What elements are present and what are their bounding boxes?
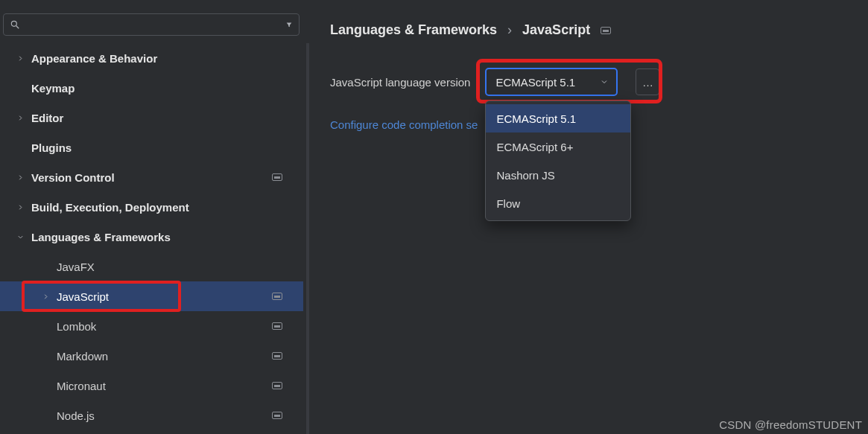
chevron-right-icon[interactable]: [15, 173, 25, 182]
language-version-more-button[interactable]: …: [636, 68, 659, 95]
sidebar-item-label: Micronaut: [57, 380, 272, 392]
sidebar-item-languages-frameworks[interactable]: Languages & Frameworks: [0, 222, 303, 252]
filter-icon[interactable]: [285, 21, 293, 28]
sidebar-item-editor[interactable]: Editor: [0, 103, 303, 133]
sidebar-item-javascript[interactable]: JavaScript: [0, 281, 303, 311]
scope-badge-icon: [272, 322, 282, 330]
sidebar-item-version-control[interactable]: Version Control: [0, 162, 303, 192]
chevron-right-icon[interactable]: [15, 54, 25, 63]
language-version-option[interactable]: Flow: [486, 189, 630, 217]
sidebar-item-micronaut[interactable]: Micronaut: [0, 371, 303, 401]
chevron-right-icon[interactable]: [15, 114, 25, 122]
language-version-option[interactable]: Nashorn JS: [486, 161, 630, 189]
sidebar-item-label: JavaFX: [57, 261, 282, 273]
sidebar-item-markdown[interactable]: Markdown: [0, 341, 303, 371]
sidebar-item-label: Markdown: [57, 350, 272, 363]
language-version-options[interactable]: ECMAScript 5.1ECMAScript 6+Nashorn JSFlo…: [485, 100, 631, 221]
chevron-down-icon: [600, 77, 609, 86]
sidebar-item-lombok[interactable]: Lombok: [0, 311, 303, 341]
language-version-option[interactable]: ECMAScript 6+: [486, 133, 630, 161]
svg-point-0: [11, 21, 16, 26]
sidebar-item-label: Build, Execution, Deployment: [31, 201, 282, 214]
chevron-right-icon[interactable]: [40, 293, 51, 301]
sidebar-item-appearance-behavior[interactable]: Appearance & Behavior: [0, 43, 303, 73]
sidebar-item-label: Plugins: [31, 141, 282, 154]
sidebar-item-build-execution-deployment[interactable]: Build, Execution, Deployment: [0, 192, 303, 222]
language-version-option[interactable]: ECMAScript 5.1: [486, 104, 630, 133]
sidebar-item-node-js[interactable]: Node.js: [0, 401, 303, 430]
search-icon: [10, 19, 20, 30]
sidebar-item-label: Editor: [31, 112, 282, 124]
language-version-label: JavaScript language version: [330, 76, 470, 89]
sidebar-item-keymap[interactable]: Keymap: [0, 73, 303, 103]
sidebar-search[interactable]: [3, 13, 300, 36]
ellipsis-label: …: [642, 76, 653, 89]
sidebar-item-javafx[interactable]: JavaFX: [0, 252, 303, 281]
settings-main: Languages & Frameworks › JavaScript Java…: [309, 0, 868, 434]
language-version-value: ECMAScript 5.1: [495, 76, 575, 89]
sidebar-item-label: Languages & Frameworks: [31, 231, 282, 243]
scope-badge-icon: [272, 412, 282, 419]
breadcrumb: Languages & Frameworks › JavaScript: [330, 22, 846, 38]
scope-badge-icon: [272, 293, 282, 300]
chevron-down-icon[interactable]: [15, 233, 25, 241]
sidebar-item-label: JavaScript: [57, 290, 272, 303]
chevron-right-icon[interactable]: [15, 203, 25, 211]
sidebar-item-label: Node.js: [57, 409, 272, 422]
breadcrumb-separator: ›: [507, 22, 512, 38]
svg-line-1: [16, 26, 19, 29]
sidebar-item-label: Appearance & Behavior: [31, 52, 282, 65]
scope-badge-icon: [272, 382, 282, 389]
sidebar-search-wrap: [0, 13, 309, 43]
sidebar-item-label: Lombok: [57, 320, 272, 333]
scope-badge-icon: [272, 173, 282, 181]
sidebar-item-label: Keymap: [31, 82, 282, 95]
breadcrumb-parent[interactable]: Languages & Frameworks: [330, 22, 497, 38]
scope-badge-icon: [601, 27, 611, 34]
sidebar-item-plugins[interactable]: Plugins: [0, 133, 303, 162]
configure-completion-link[interactable]: Configure code completion se: [330, 118, 478, 131]
search-input[interactable]: [25, 19, 281, 31]
sidebar-item-label: Version Control: [31, 171, 272, 184]
language-version-dropdown[interactable]: ECMAScript 5.1: [485, 68, 618, 96]
settings-tree[interactable]: Appearance & BehaviorKeymapEditorPlugins…: [0, 43, 309, 434]
scope-badge-icon: [272, 352, 282, 360]
settings-sidebar: Appearance & BehaviorKeymapEditorPlugins…: [0, 0, 309, 434]
breadcrumb-current: JavaScript: [522, 22, 590, 38]
